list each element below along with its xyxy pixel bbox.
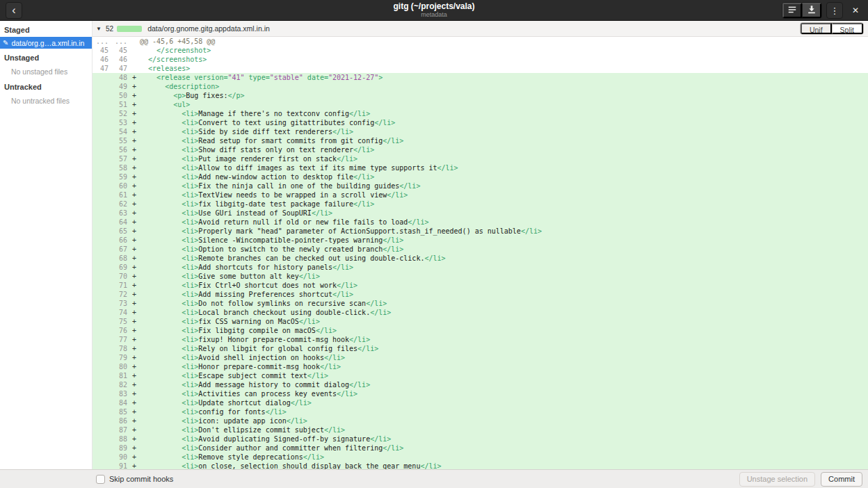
line-number-old xyxy=(93,416,111,425)
diff-line[interactable]: 89+ <li>Consider author and committer wh… xyxy=(93,444,868,453)
diff-line[interactable]: 88+ <li>Avoid duplicating Signed-off-by … xyxy=(93,434,868,444)
diff-line[interactable]: 59+ <li>Add new-window action to desktop… xyxy=(93,172,868,181)
expander-triangle-icon[interactable]: ▼ xyxy=(95,26,102,32)
diff-line[interactable]: 64+ <li>Avoid return null if old or new … xyxy=(93,218,868,227)
diff-line[interactable]: 55+ <li>Read setup for smart commits fro… xyxy=(93,136,868,145)
line-number-new: 51 xyxy=(111,100,130,109)
diff-marker: + xyxy=(130,371,138,380)
diff-line[interactable]: 48+ <release version="41" type="stable" … xyxy=(93,73,868,82)
diff-line[interactable]: 77+ <li>fixup! Honor prepare-commit-msg … xyxy=(93,335,868,344)
diff-code-text: <li>Avoid return null if old or new file… xyxy=(138,218,868,227)
line-number-old xyxy=(93,344,111,353)
line-number-old xyxy=(93,272,111,281)
diff-line[interactable]: 49+ <description> xyxy=(93,82,868,91)
commit-view-button[interactable] xyxy=(802,3,821,18)
diff-line[interactable]: 52+ <li>Manage if there's no textconv co… xyxy=(93,109,868,118)
diff-line[interactable]: 68+ <li>Remote branches can be checked o… xyxy=(93,254,868,263)
diff-marker xyxy=(130,37,138,46)
diff-view[interactable]: ......@@ -45,6 +45,58 @@4545 </screensho… xyxy=(93,37,868,469)
diff-code-text: <li>Escape subject commit text</li> xyxy=(138,371,868,380)
line-number-new: 78 xyxy=(111,344,130,353)
diff-marker: + xyxy=(130,335,138,344)
diff-line[interactable]: 61+ <li>TextView needs to be wrapped in … xyxy=(93,190,868,200)
diff-line[interactable]: 70+ <li>Give some button alt key</li> xyxy=(93,272,868,281)
line-number-old xyxy=(93,181,111,190)
diff-marker: + xyxy=(130,425,138,434)
section-staged-label: Staged xyxy=(0,21,92,37)
diff-line[interactable]: 50+ <p>Bug fixes:</p> xyxy=(93,91,868,100)
diff-line[interactable]: 53+ <li>Convert to text using gitattribu… xyxy=(93,118,868,127)
diff-line[interactable]: 72+ <li>Add missing Preferences shortcut… xyxy=(93,290,868,299)
diff-line[interactable]: 60+ <li>Fix the ninja call in one of the… xyxy=(93,181,868,190)
diff-line[interactable]: 87+ <li>Don't ellipsize commit subject</… xyxy=(93,425,868,434)
diff-marker: + xyxy=(130,272,138,281)
line-number-new: 60 xyxy=(111,181,130,190)
diff-code-text: <ul> xyxy=(138,100,868,109)
diff-line[interactable]: 4747 <releases> xyxy=(93,64,868,73)
diff-code-text: <li>Convert to text using gitattributes … xyxy=(138,118,868,127)
diff-line[interactable]: 51+ <ul> xyxy=(93,100,868,109)
back-button[interactable]: ‹ xyxy=(6,2,22,19)
line-number-new: 53 xyxy=(111,118,130,127)
diff-line[interactable]: 4545 </screenshot> xyxy=(93,46,868,55)
diff-line[interactable]: 58+ <li>Allow to diff images as text if … xyxy=(93,163,868,172)
diff-line[interactable]: 85+ <li>config for fonts</li> xyxy=(93,407,868,416)
line-number-new: 77 xyxy=(111,335,130,344)
diff-line[interactable]: 69+ <li>Add shortcuts for history panels… xyxy=(93,263,868,272)
menu-button[interactable]: ⋮ xyxy=(826,2,843,19)
diff-line[interactable]: 56+ <li>Show diff stats only on text ren… xyxy=(93,145,868,154)
window-subtitle: metadata xyxy=(393,11,474,19)
diff-line[interactable]: 4646 </screenshots> xyxy=(93,55,868,64)
diff-line[interactable]: 79+ <li>Avoid shell injection on hooks</… xyxy=(93,353,868,362)
skip-hooks-option: Skip commit hooks xyxy=(96,475,173,484)
line-number-new: 82 xyxy=(111,380,130,389)
diff-line[interactable]: 62+ <li>fix libgitg-date test package fa… xyxy=(93,200,868,209)
diff-line[interactable]: 75+ <li>fix CSS warning on MacOS</li> xyxy=(93,317,868,326)
diff-line[interactable]: 66+ <li>Silence -Wincompatible-pointer-t… xyxy=(93,236,868,245)
diff-marker: + xyxy=(130,154,138,163)
unified-view-button[interactable]: Unif xyxy=(801,23,832,34)
diff-code-text: <li>Honor prepare-commit-msg hook</li> xyxy=(138,362,868,371)
line-number-new: 47 xyxy=(111,64,130,73)
history-view-button[interactable] xyxy=(782,3,802,18)
diff-line[interactable]: 91+ <li>on close, selection should displ… xyxy=(93,462,868,469)
diff-marker: + xyxy=(130,434,138,444)
line-number-old xyxy=(93,398,111,407)
diff-line[interactable]: 90+ <li>Remove style deprecations</li> xyxy=(93,453,868,462)
diff-line[interactable]: 65+ <li>Properly mark "head" parameter o… xyxy=(93,227,868,236)
diff-line[interactable]: 81+ <li>Escape subject commit text</li> xyxy=(93,371,868,380)
diff-marker xyxy=(130,64,138,73)
diff-line[interactable]: 76+ <li>Fix libgitg compile on macOS</li… xyxy=(93,326,868,335)
skip-commit-hooks-checkbox[interactable] xyxy=(96,475,105,484)
diff-marker: + xyxy=(130,227,138,236)
skip-commit-hooks-label: Skip commit hooks xyxy=(109,475,173,483)
diff-line[interactable]: 83+ <li>Activities can process key event… xyxy=(93,389,868,398)
staged-file-label: data/org.g…a.xml.in.in xyxy=(11,39,84,47)
diff-marker: + xyxy=(130,281,138,290)
diff-line[interactable]: 82+ <li>Add message history to commit di… xyxy=(93,380,868,389)
diff-line[interactable]: ......@@ -45,6 +45,58 @@ xyxy=(93,37,868,46)
diff-line[interactable]: 73+ <li>Do not follow symlinks on recurs… xyxy=(93,299,868,308)
diff-line[interactable]: 84+ <li>Update shortcut dialog</li> xyxy=(93,398,868,407)
diff-line[interactable]: 57+ <li>Put image renderer first on stac… xyxy=(93,154,868,163)
diff-line[interactable]: 80+ <li>Honor prepare-commit-msg hook</l… xyxy=(93,362,868,371)
diff-line[interactable]: 86+ <li>icon: update app icon</li> xyxy=(93,416,868,425)
line-number-new: 81 xyxy=(111,371,130,380)
close-button[interactable]: ✕ xyxy=(847,2,864,19)
unstage-selection-button[interactable]: Unstage selection xyxy=(739,472,815,487)
diff-line[interactable]: 54+ <li>Side by side diff text renderers… xyxy=(93,127,868,136)
split-view-button[interactable]: Split xyxy=(832,23,863,34)
diff-marker: + xyxy=(130,317,138,326)
section-untracked-label: Untracked xyxy=(0,78,92,94)
diff-line[interactable]: 78+ <li>Rely on libgit for global config… xyxy=(93,344,868,353)
commit-button[interactable]: Commit xyxy=(821,472,862,487)
diff-code-text: <li>Local branch checkout using double-c… xyxy=(138,308,868,317)
diff-line[interactable]: 67+ <li>Option to switch to the newly cr… xyxy=(93,245,868,254)
diff-line[interactable]: 71+ <li>Fix Ctrl+O shortcut does not wor… xyxy=(93,281,868,290)
staged-file-item[interactable]: ✎ data/org.g…a.xml.in.in xyxy=(0,37,92,49)
diff-line[interactable]: 63+ <li>Use GUri instead of SoupURI</li> xyxy=(93,209,868,218)
diff-marker: + xyxy=(130,326,138,335)
diff-code-text: <li>fix libgitg-date test package failur… xyxy=(138,200,868,209)
diff-code-text: <li>Put image renderer first on stack</l… xyxy=(138,154,868,163)
diff-line[interactable]: 74+ <li>Local branch checkout using doub… xyxy=(93,308,868,317)
